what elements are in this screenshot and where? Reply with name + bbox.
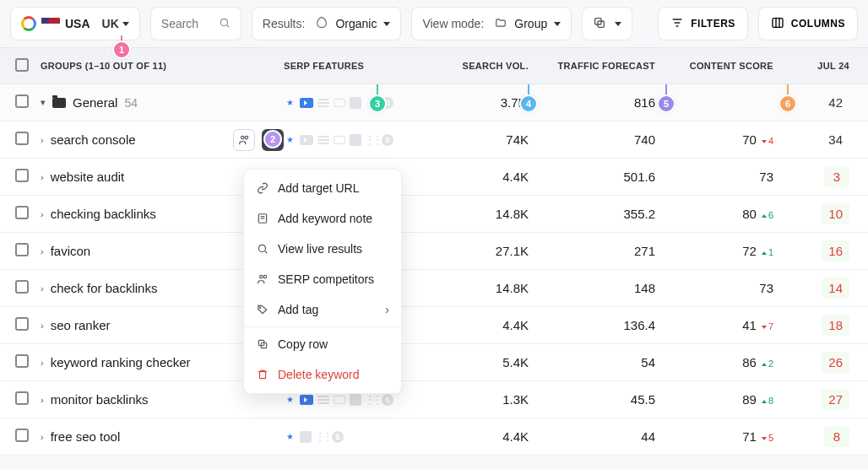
- col-serp[interactable]: SERP FEATURES: [284, 61, 427, 71]
- cell-traffic: 148: [545, 281, 672, 295]
- cell-date: 26: [782, 352, 858, 373]
- cell-score: 704: [672, 132, 782, 147]
- menu-copy-row[interactable]: Copy row: [244, 329, 401, 359]
- columns-label: COLUMNS: [791, 18, 845, 30]
- search-box[interactable]: [150, 7, 241, 40]
- row-checkbox[interactable]: [15, 132, 29, 145]
- row-checkbox[interactable]: [15, 429, 29, 442]
- keyword-row[interactable]: › checking backlinks ★ 14.8K 355.2 806 1…: [0, 196, 868, 233]
- annotation-6: 6: [778, 94, 797, 113]
- row-checkbox[interactable]: [15, 169, 29, 182]
- row-checkbox[interactable]: [15, 243, 29, 256]
- col-groups[interactable]: GROUPS (1–10 OUT OF 11): [41, 61, 284, 71]
- competitors-chip[interactable]: [233, 129, 255, 151]
- expand-icon[interactable]: ›: [41, 135, 44, 145]
- expand-icon[interactable]: ›: [41, 321, 44, 331]
- row-checkbox[interactable]: [15, 94, 29, 108]
- cell-date: 14: [782, 278, 858, 299]
- expand-icon[interactable]: ›: [41, 246, 44, 256]
- col-score[interactable]: CONTENT SCORE: [672, 61, 782, 71]
- keyword-row[interactable]: › check for backlinks ★ 14.8K 148 73 14: [0, 270, 868, 307]
- keyword-row[interactable]: › seo ranker ★ 4.4K 136.4 417 18: [0, 307, 868, 344]
- keyword-row[interactable]: › free seo tool ★ 4.4K 44 715 8: [0, 418, 868, 456]
- columns-button[interactable]: COLUMNS: [758, 7, 858, 40]
- annotation-4: 4: [519, 94, 538, 113]
- col-volume[interactable]: SEARCH VOL.: [427, 61, 545, 71]
- flag-icon: [41, 18, 60, 30]
- row-checkbox[interactable]: [15, 317, 29, 331]
- search-icon: [256, 243, 269, 255]
- collapse-icon[interactable]: ▾: [41, 97, 46, 108]
- cell-traffic: 816: [545, 95, 672, 110]
- row-checkbox[interactable]: [15, 391, 29, 405]
- cell-traffic: 501.6: [545, 170, 672, 184]
- copy-menu[interactable]: [582, 7, 632, 40]
- menu-add-tag[interactable]: Add tag ›: [244, 294, 401, 325]
- cell-traffic: 54: [545, 355, 672, 369]
- results-value: Organic: [335, 17, 377, 30]
- keyword-name: favicon: [51, 244, 91, 258]
- viewmode-selector[interactable]: View mode: Group: [411, 7, 572, 40]
- col-date[interactable]: JUL 24: [782, 61, 858, 71]
- search-input[interactable]: [161, 17, 212, 30]
- menu-label: View live results: [278, 242, 362, 256]
- expand-icon[interactable]: ›: [41, 283, 44, 294]
- expand-icon[interactable]: ›: [41, 358, 44, 368]
- row-context-menu: Add target URL Add keyword note View liv…: [243, 169, 402, 394]
- subregion-selector[interactable]: UK: [102, 17, 129, 30]
- menu-competitors[interactable]: SERP competitors: [244, 264, 401, 294]
- cell-score: 721: [672, 244, 782, 258]
- svg-point-11: [245, 136, 248, 139]
- svg-point-15: [258, 245, 265, 251]
- cell-date: 3: [782, 166, 858, 187]
- viewmode-value: Group: [514, 17, 547, 30]
- svg-point-0: [220, 19, 227, 25]
- menu-label: Copy row: [278, 337, 328, 351]
- keyword-row[interactable]: › search console ⋮ ★ 74K 740 704 34: [0, 121, 868, 159]
- menu-add-note[interactable]: Add keyword note: [244, 203, 401, 234]
- keyword-row[interactable]: › monitor backlinks ★ 1.3K 45.5 898 27: [0, 381, 868, 418]
- expand-icon[interactable]: ›: [41, 172, 44, 182]
- keyword-row[interactable]: › website audit ★ 4.4K 501.6 73 3: [0, 159, 868, 196]
- svg-line-16: [265, 251, 268, 254]
- col-traffic[interactable]: TRAFFIC FORECAST: [545, 61, 672, 71]
- people-icon: [256, 273, 269, 285]
- cell-volume: 1.3K: [427, 392, 545, 407]
- keyword-row[interactable]: › keyword ranking checker ★ 5.4K 54 862 …: [0, 344, 868, 381]
- row-checkbox[interactable]: [15, 206, 29, 219]
- keyword-name: seo ranker: [51, 318, 111, 332]
- serp-features: ★: [284, 97, 427, 109]
- chevron-down-icon: [383, 22, 390, 26]
- expand-icon[interactable]: ›: [41, 395, 44, 405]
- row-checkbox[interactable]: [15, 354, 29, 368]
- annotation-1: 1: [112, 40, 131, 59]
- svg-rect-22: [260, 372, 266, 379]
- select-all-checkbox[interactable]: [15, 58, 29, 72]
- cell-score: 862: [672, 355, 782, 369]
- cell-date: 18: [782, 315, 858, 336]
- viewmode-label: View mode:: [422, 17, 484, 30]
- menu-add-url[interactable]: Add target URL: [244, 173, 401, 203]
- expand-icon[interactable]: ›: [41, 432, 44, 442]
- tag-icon: [256, 304, 269, 315]
- expand-icon[interactable]: ›: [41, 209, 44, 219]
- results-selector[interactable]: Results: Organic: [252, 7, 402, 40]
- keyword-name: keyword ranking checker: [51, 355, 191, 369]
- filters-button[interactable]: FILTERS: [658, 7, 748, 40]
- keyword-row[interactable]: › favicon ★ 27.1K 271 721 16: [0, 233, 868, 270]
- row-checkbox[interactable]: [15, 280, 29, 294]
- group-row[interactable]: ▾ General 54 ★ 3.7M 816 42: [0, 84, 868, 121]
- menu-label: Add keyword note: [278, 212, 372, 225]
- search-icon: [219, 17, 231, 31]
- keyword-name: checking backlinks: [51, 207, 156, 221]
- toolbar: USA UK Results: Organic View mode: Group: [0, 0, 868, 47]
- keyword-name: check for backlinks: [51, 281, 158, 295]
- menu-view-live[interactable]: View live results: [244, 234, 401, 264]
- chevron-down-icon: [554, 22, 561, 26]
- menu-delete[interactable]: Delete keyword: [244, 359, 401, 390]
- trash-icon: [256, 369, 269, 380]
- svg-rect-7: [773, 18, 783, 27]
- copy-icon: [256, 338, 269, 350]
- menu-label: Delete keyword: [278, 368, 360, 381]
- columns-icon: [771, 16, 784, 32]
